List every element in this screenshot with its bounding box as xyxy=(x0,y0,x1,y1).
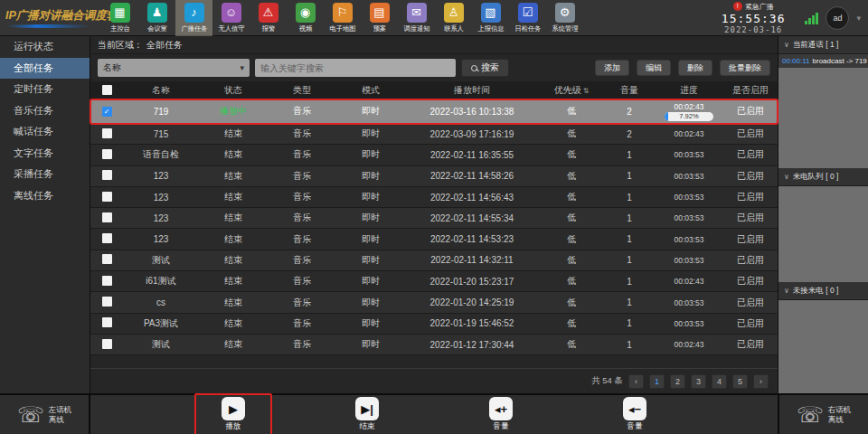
cell-priority: 低 xyxy=(539,170,604,183)
nav-item-unattended[interactable]: ☺ 无人值守 xyxy=(212,0,250,36)
nav-item-meeting-room[interactable]: ♟ 会议室 xyxy=(138,0,175,36)
sidebar-item[interactable]: 定时任务 xyxy=(0,79,90,100)
row-checkbox[interactable] xyxy=(102,339,112,349)
batch-delete-button[interactable]: 批量删除 xyxy=(720,60,770,76)
row-checkbox[interactable]: ✓ xyxy=(102,107,112,117)
table-row[interactable]: cs 结束 音乐 即时 2022-01-20 14:25:19 低 1 00:0… xyxy=(90,292,778,313)
edit-button[interactable]: 编辑 xyxy=(637,60,671,76)
row-checkbox[interactable] xyxy=(102,233,112,243)
nav-item-label: 系统管理 xyxy=(552,24,578,33)
cell-volume: 1 xyxy=(604,171,655,181)
sidebar-item[interactable]: 采播任务 xyxy=(0,164,90,185)
cell-progress: 00:02:43 xyxy=(655,340,723,349)
cell-volume: 1 xyxy=(604,150,655,160)
page-button[interactable]: 5 xyxy=(732,374,748,389)
cell-enabled: 已启用 xyxy=(723,191,778,203)
row-checkbox[interactable] xyxy=(102,297,112,307)
pagination: ‹ 1 2 3 4 5› xyxy=(628,374,769,389)
cell-type: 音乐 xyxy=(268,233,336,246)
signal-strength-icon xyxy=(805,12,818,24)
table-row[interactable]: 123 结束 音乐 即时 2022-02-11 14:53:23 低 1 00:… xyxy=(90,229,778,250)
volume-down-button[interactable]: ◂− 音量 xyxy=(596,393,674,434)
row-checkbox[interactable] xyxy=(102,212,112,222)
select-all-checkbox[interactable] xyxy=(102,85,112,95)
row-checkbox[interactable] xyxy=(102,128,112,138)
page-button[interactable]: 1 xyxy=(649,374,665,389)
nav-item-dispatch-notice[interactable]: ✉ 调度通知 xyxy=(398,0,435,36)
row-checkbox[interactable] xyxy=(102,317,112,327)
row-checkbox[interactable] xyxy=(102,254,112,264)
sidebar-item[interactable]: 音乐任务 xyxy=(0,100,90,122)
nav-item-plan[interactable]: ▤ 预案 xyxy=(361,0,398,36)
avatar[interactable]: ad xyxy=(826,6,849,30)
sidebar-item[interactable]: 喊话任务 xyxy=(0,121,90,143)
table-row[interactable]: 测试 结束 音乐 即时 2022-02-11 14:32:11 低 1 00:0… xyxy=(90,250,778,271)
call-section-incoming-queue: ∨ 来电队列 [ 0 ] xyxy=(778,168,868,282)
page-button[interactable]: 4 xyxy=(712,374,727,389)
sidebar-item[interactable]: 文字任务 xyxy=(0,143,90,165)
nav-item-report-info[interactable]: ▧ 上报信息 xyxy=(472,0,509,36)
table-row[interactable]: 语音自检 结束 音乐 即时 2022-02-11 16:35:55 低 1 00… xyxy=(90,145,778,165)
console-icon: ▦ xyxy=(110,3,130,23)
page-button[interactable]: 2 xyxy=(670,374,685,389)
column-header[interactable]: 优先级⇅ xyxy=(539,84,604,97)
table-row[interactable]: 123 结束 音乐 即时 2022-02-11 14:55:34 低 1 00:… xyxy=(90,208,778,229)
sidebar-item[interactable]: 全部任务 xyxy=(0,58,90,80)
add-button[interactable]: 添加 xyxy=(595,60,629,76)
volume-up-button[interactable]: ◂+ 音量 xyxy=(462,393,540,434)
nav-item-broadcast-task[interactable]: ♪ 广播任务 xyxy=(175,0,212,36)
cell-progress: 00:03:53 xyxy=(655,319,723,328)
delete-button[interactable]: 删除 xyxy=(678,60,712,76)
column-header: 模式 xyxy=(336,84,405,97)
row-checkbox[interactable] xyxy=(102,170,112,180)
cell-name: 715 xyxy=(123,129,199,139)
right-phone-status[interactable]: ☏ 右话机 离线 xyxy=(778,395,868,434)
table-row[interactable]: 123 结束 音乐 即时 2022-02-11 14:56:43 低 1 00:… xyxy=(90,187,778,208)
table-row[interactable]: 123 结束 音乐 即时 2022-02-11 14:58:26 低 1 00:… xyxy=(90,166,778,187)
filter-toolbar: 名称 ▾ 搜索 添加 编辑 删除 批量删除 xyxy=(90,54,778,81)
table-row[interactable]: PA3测试 结束 音乐 即时 2022-01-19 15:46:52 低 1 0… xyxy=(90,314,778,335)
system-mgmt-icon: ⚙ xyxy=(555,3,575,23)
play-button[interactable]: ▶ 播放 xyxy=(194,393,272,434)
stop-button[interactable]: ▶| 结束 xyxy=(328,393,406,434)
chevron-down-icon: ∨ xyxy=(784,173,789,181)
table-row[interactable]: 715 结束 音乐 即时 2022-03-09 17:16:19 低 2 00:… xyxy=(90,124,778,145)
search-button[interactable]: 搜索 xyxy=(461,59,509,77)
call-section-header[interactable]: ∨ 未接来电 [ 0 ] xyxy=(778,282,868,300)
filter-field-select[interactable]: 名称 ▾ xyxy=(98,59,250,77)
nav-item-video[interactable]: ◉ 视频 xyxy=(287,0,324,36)
emergency-broadcast-indicator[interactable]: ! 紧急广播 xyxy=(722,2,786,12)
cell-progress: 00:03:53 xyxy=(655,298,723,307)
nav-item-console[interactable]: ▦ 主控台 xyxy=(101,0,138,36)
next-page-button[interactable]: › xyxy=(753,374,769,389)
call-section-header[interactable]: ∨ 来电队列 [ 0 ] xyxy=(778,168,868,186)
sort-icon[interactable]: ⇅ xyxy=(583,87,590,95)
nav-item-daily-check[interactable]: ☑ 日检任务 xyxy=(509,0,546,36)
left-phone-status[interactable]: ☏ 左话机 离线 xyxy=(0,395,90,434)
table-row[interactable]: ✓ 719 播放中 音乐 即时 2022-03-16 10:13:38 低 2 … xyxy=(90,99,778,124)
crud-buttons: 添加 编辑 删除 批量删除 xyxy=(595,60,770,76)
control-label: 播放 xyxy=(226,421,241,432)
nav-item-contacts[interactable]: ♙ 联系人 xyxy=(435,0,472,36)
nav-item-alarm[interactable]: ⚠ 报警 xyxy=(250,0,287,36)
prev-page-button[interactable]: ‹ xyxy=(628,374,644,389)
cell-status: 结束 xyxy=(199,297,268,309)
row-checkbox[interactable] xyxy=(102,192,112,202)
table-row[interactable]: i61测试 结束 音乐 即时 2022-01-20 15:23:17 低 1 0… xyxy=(90,271,778,292)
cell-mode: 即时 xyxy=(336,191,405,203)
cell-enabled: 已启用 xyxy=(723,148,778,161)
nav-item-label: 无人值守 xyxy=(218,24,244,33)
sidebar-item[interactable]: 运行状态 xyxy=(0,36,90,58)
row-checkbox[interactable] xyxy=(102,276,112,286)
nav-item-e-map[interactable]: ⚐ 电子地图 xyxy=(324,0,361,36)
nav-item-system-mgmt[interactable]: ⚙ 系统管理 xyxy=(546,0,583,36)
row-checkbox[interactable] xyxy=(102,149,112,159)
table-row[interactable]: 测试 结束 音乐 即时 2022-01-12 17:30:44 低 1 00:0… xyxy=(90,335,778,355)
chevron-down-icon[interactable]: ▾ xyxy=(856,14,861,23)
call-section-header[interactable]: ∨ 当前通话 [ 1 ] xyxy=(778,36,868,54)
cell-progress: 00:02:43 7.92% xyxy=(655,102,723,121)
sidebar-item[interactable]: 离线任务 xyxy=(0,185,90,207)
search-input[interactable] xyxy=(255,59,456,77)
page-button[interactable]: 3 xyxy=(691,374,706,389)
call-entry[interactable]: 00:00:11 broadcast -> 719 xyxy=(778,54,868,68)
